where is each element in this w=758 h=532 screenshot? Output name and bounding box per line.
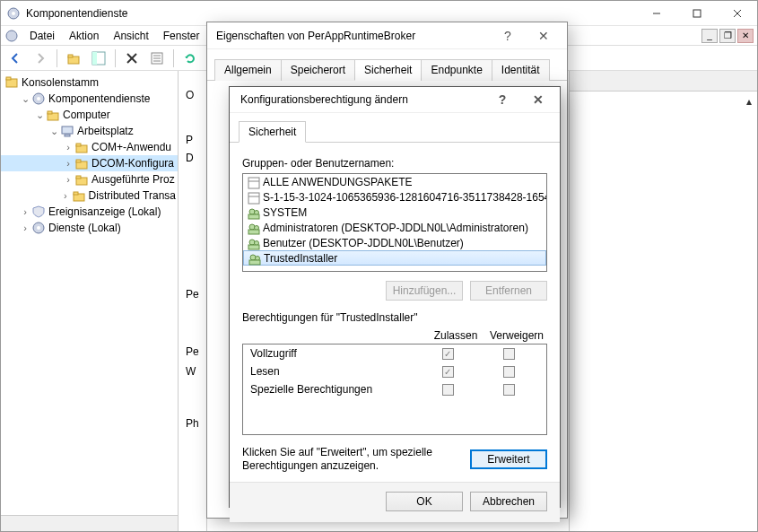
tree-label: Distributed Transa: [89, 189, 176, 202]
minimize-button[interactable]: [636, 1, 676, 26]
menu-view[interactable]: Ansicht: [106, 28, 155, 44]
deny-checkbox[interactable]: [503, 348, 515, 360]
tree-item[interactable]: ›Distributed Transa: [1, 188, 178, 204]
properties-close-button[interactable]: ✕: [526, 23, 562, 48]
svg-rect-47: [248, 230, 259, 234]
back-button[interactable]: [4, 48, 26, 69]
tree-item[interactable]: ›Dienste (Lokal): [1, 220, 178, 236]
svg-rect-27: [65, 135, 70, 136]
up-button[interactable]: [63, 48, 84, 69]
tree-item[interactable]: ⌄Komponentendienste: [1, 91, 178, 107]
principal-row[interactable]: ALLE ANWENDUNGSPAKETE: [243, 174, 546, 189]
tab-allgemein[interactable]: Allgemein: [214, 59, 282, 81]
svg-rect-35: [74, 192, 78, 195]
tree-label: COM+-Anwendu: [91, 141, 171, 153]
chevron-right-icon[interactable]: ›: [19, 222, 31, 233]
properties-button[interactable]: [146, 48, 168, 69]
principal-row[interactable]: Administratoren (DESKTOP-JDDLN0L\Adminis…: [243, 220, 546, 235]
permissions-footer: OK Abbrechen: [230, 482, 560, 522]
chevron-right-icon[interactable]: ›: [19, 206, 31, 217]
tab-endpunkte[interactable]: Endpunkte: [421, 59, 492, 81]
chevron-down-icon[interactable]: ⌄: [33, 109, 46, 121]
permissions-close-button[interactable]: ✕: [520, 87, 556, 112]
tree-label: Konsolenstamm: [22, 76, 99, 89]
tab-identität[interactable]: Identität: [492, 59, 550, 81]
tree-item[interactable]: ⌄Arbeitsplatz: [1, 123, 178, 139]
svg-point-51: [250, 255, 256, 260]
show-tree-button[interactable]: [88, 48, 109, 69]
principal-row[interactable]: SYSTEM: [243, 205, 546, 220]
chevron-down-icon[interactable]: ⌄: [48, 126, 60, 137]
app-icon: [6, 6, 21, 21]
tab-security[interactable]: Sicherheit: [239, 121, 306, 143]
advanced-hint: Klicken Sie auf "Erweitert", um speziell…: [242, 446, 461, 473]
allow-checkbox[interactable]: [442, 348, 454, 360]
menu-action[interactable]: Aktion: [62, 28, 106, 44]
principals-list[interactable]: ALLE ANWENDUNGSPAKETES-1-15-3-1024-10653…: [242, 173, 547, 272]
menu-file[interactable]: Datei: [22, 28, 62, 44]
chevron-right-icon[interactable]: ›: [62, 158, 74, 169]
menu-icon: [4, 29, 19, 43]
close-button[interactable]: [717, 1, 757, 26]
chevron-down-icon[interactable]: ⌄: [19, 93, 31, 105]
deny-checkbox[interactable]: [503, 366, 515, 378]
svg-rect-38: [248, 178, 259, 188]
menu-window[interactable]: Fenster: [156, 28, 207, 44]
group-icon: [247, 206, 259, 219]
tree-item[interactable]: ›Ausgeführte Proz: [1, 171, 178, 188]
delete-button[interactable]: [121, 48, 143, 69]
gear-icon: [31, 92, 46, 106]
properties-tabs: AllgemeinSpeicherortSicherheitEndpunkteI…: [207, 49, 567, 81]
permissions-tabs: Sicherheit: [230, 113, 560, 143]
ok-button[interactable]: OK: [386, 492, 463, 511]
gear-icon: [31, 221, 46, 235]
refresh-button[interactable]: [179, 48, 201, 69]
permissions-dialog: Konfigurationsberechtigung ändern ? ✕ Si…: [229, 86, 561, 508]
principal-row[interactable]: Benutzer (DESKTOP-JDDLN0L\Benutzer): [243, 235, 546, 250]
tab-speicherort[interactable]: Speicherort: [281, 59, 355, 81]
mdi-restore-button[interactable]: ❐: [719, 29, 736, 43]
allow-checkbox[interactable]: [442, 366, 454, 378]
tree-label: Komponentendienste: [48, 92, 150, 105]
tree-item[interactable]: ›COM+-Anwendu: [1, 139, 178, 155]
pc-icon: [60, 124, 74, 138]
permission-label: Vollzugriff: [250, 347, 417, 360]
tree-label: Ausgeführte Proz: [91, 173, 175, 186]
tree-item[interactable]: ›Ereignisanzeige (Lokal): [1, 204, 178, 220]
deny-checkbox[interactable]: [503, 384, 515, 396]
tree-item[interactable]: ›DCOM-Konfigura: [1, 155, 178, 171]
svg-rect-50: [248, 245, 259, 249]
group-icon: [248, 252, 260, 265]
cancel-button[interactable]: Abbrechen: [470, 492, 547, 511]
principal-row[interactable]: TrustedInstaller: [243, 250, 546, 266]
allow-checkbox[interactable]: [442, 384, 454, 396]
svg-rect-40: [248, 193, 259, 204]
truncated-label: W: [186, 365, 196, 378]
svg-rect-10: [92, 52, 97, 65]
properties-help-button[interactable]: ?: [490, 23, 526, 48]
tree-root[interactable]: Konsolenstamm: [1, 74, 178, 91]
svg-rect-44: [248, 214, 259, 219]
svg-point-37: [37, 226, 40, 230]
truncated-label: Pe: [186, 345, 199, 358]
tree-item[interactable]: ⌄Computer: [1, 107, 178, 123]
maximize-button[interactable]: [676, 1, 717, 26]
forward-button[interactable]: [30, 48, 51, 69]
window-title: Komponentendienste: [26, 7, 636, 20]
principal-row[interactable]: S-1-15-3-1024-1065365936-1281604716-3511…: [243, 189, 546, 205]
mdi-close-button[interactable]: ✕: [737, 29, 754, 43]
advanced-button[interactable]: Erweitert: [470, 449, 547, 469]
chevron-right-icon[interactable]: ›: [62, 142, 74, 153]
tree-pane[interactable]: Konsolenstamm⌄Komponentendienste⌄Compute…: [1, 71, 179, 531]
mdi-minimize-button[interactable]: _: [701, 29, 718, 43]
truncated-label: D: [186, 152, 194, 164]
principal-label: TrustedInstaller: [264, 252, 337, 265]
chevron-right-icon[interactable]: ›: [59, 190, 71, 201]
chevron-right-icon[interactable]: ›: [62, 174, 74, 185]
tab-sicherheit[interactable]: Sicherheit: [354, 59, 422, 81]
shield-icon: [31, 205, 46, 219]
collapse-icon[interactable]: ▴: [746, 95, 752, 528]
permissions-help-button[interactable]: ?: [484, 87, 520, 112]
window-buttons: [636, 1, 757, 26]
principal-label: SYSTEM: [263, 206, 307, 219]
